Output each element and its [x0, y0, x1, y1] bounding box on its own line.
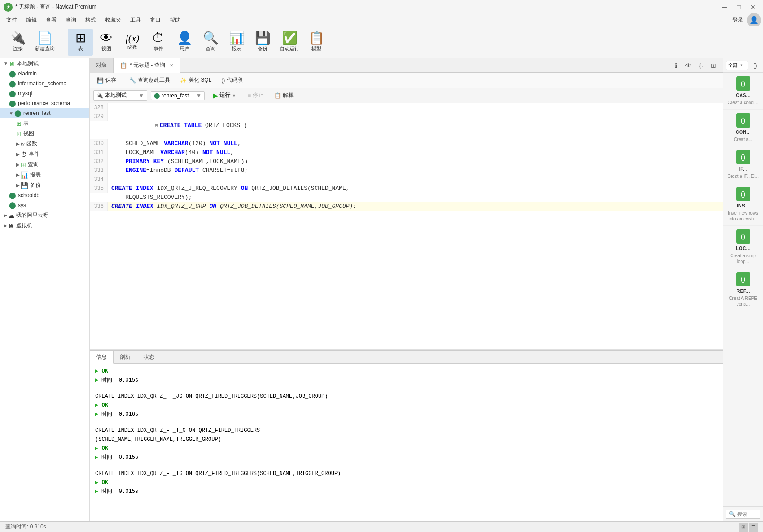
tab-query[interactable]: 📋 * 无标题 - 查询 ✕	[114, 58, 180, 73]
menu-file[interactable]: 文件	[2, 15, 22, 26]
tab-code-button[interactable]: {}	[696, 60, 706, 71]
filter-label: 全部	[728, 62, 738, 69]
rp-code-btn[interactable]: ()	[750, 60, 760, 71]
menu-edit[interactable]: 编辑	[22, 15, 41, 26]
sidebar-item-query-sub[interactable]: ▶ ⊞ 查询	[0, 159, 89, 170]
vm-icon: 🖥	[8, 222, 14, 229]
sidebar-item-performance-schema[interactable]: ⬤ performance_schema	[0, 98, 89, 108]
info-tab-info[interactable]: 信息	[90, 351, 114, 364]
tab-object[interactable]: 对象	[90, 58, 114, 73]
toolbar-table[interactable]: ⊞ 表	[68, 29, 93, 56]
tab-grid-button[interactable]: ⊞	[708, 60, 719, 71]
close-button[interactable]: ✕	[747, 2, 759, 12]
stop-button[interactable]: ■ 停止	[244, 90, 267, 101]
expand-arrow-ali: ▶	[4, 213, 7, 218]
menu-view[interactable]: 查看	[41, 15, 61, 26]
rp-item-if[interactable]: () IF... Creat a IF...El...	[723, 146, 763, 183]
toolbar-autorun[interactable]: ✅ 自动运行	[276, 29, 303, 56]
menu-query[interactable]: 查询	[61, 15, 81, 26]
info-line-time-4: ▶ 时间: 0.015s	[95, 488, 717, 496]
toolbar-backup[interactable]: 💾 备份	[250, 29, 275, 56]
toolbar-newquery[interactable]: 📄 新建查询	[31, 29, 58, 56]
sidebar: ▼ 🖥 本地测试 ⬤ eladmin ⬤ information_schema …	[0, 58, 90, 521]
rp-item-cas[interactable]: () CAS... Creat a condi...	[723, 73, 763, 110]
sidebar-item-event-sub[interactable]: ▶ ⏱ 事件	[0, 149, 89, 159]
toolbar-model[interactable]: 📋 模型	[304, 29, 329, 56]
login-area: 登录 👤	[732, 13, 761, 27]
schooldb-icon: ⬤	[9, 192, 16, 199]
rp-item-ref[interactable]: () REF... Creat A REPE cons...	[723, 268, 763, 311]
toolbar-view[interactable]: 👁 视图	[94, 29, 119, 56]
ref-desc: Creat A REPE cons...	[726, 295, 760, 307]
sidebar-item-alicloud[interactable]: ▶ ☁ 我的阿里云呀	[0, 210, 89, 220]
tab-close-icon[interactable]: ✕	[170, 63, 173, 68]
toolbar-event[interactable]: ⏱ 事件	[146, 29, 171, 56]
sidebar-item-information-schema[interactable]: ⬤ information_schema	[0, 79, 89, 88]
sidebar-item-mysql[interactable]: ⬤ mysql	[0, 88, 89, 98]
rp-item-loc[interactable]: () LOC... Creat a simp loop...	[723, 226, 763, 268]
view-label: 视图	[101, 45, 111, 52]
kw-not-330: NOT	[209, 140, 219, 147]
code-line-336: 336 CREATE INDEX IDX_QRTZ_J_GRP ON QRTZ_…	[90, 202, 723, 211]
connection-selector[interactable]: 🔌 本地测试 ▼	[93, 90, 147, 101]
info-sep-2	[95, 419, 717, 426]
toolbar-report[interactable]: 📊 报表	[224, 29, 249, 56]
sidebar-item-sys[interactable]: ⬤ sys	[0, 200, 89, 210]
alicloud-label: 我的阿里云呀	[16, 211, 48, 219]
menu-bookmarks[interactable]: 收藏夹	[101, 15, 126, 26]
expand-arrow-func: ▶	[16, 141, 20, 146]
rp-item-con[interactable]: () CON... Creat a...	[723, 110, 763, 146]
menu-help[interactable]: 帮助	[165, 15, 185, 26]
sidebar-item-view[interactable]: ⊡ 视图	[0, 128, 89, 139]
loc-icon: ()	[736, 229, 750, 244]
local-test-label: 本地测试	[17, 60, 39, 67]
sidebar-item-local-test[interactable]: ▼ 🖥 本地测试	[0, 58, 89, 69]
sidebar-item-function-sub[interactable]: ▶ fx 函数	[0, 139, 89, 149]
sidebar-item-vm[interactable]: ▶ 🖥 虚拟机	[0, 220, 89, 231]
search-input[interactable]	[737, 511, 762, 517]
maximize-button[interactable]: □	[732, 2, 745, 12]
toolbar-query[interactable]: 🔍 查询	[198, 29, 223, 56]
info-content: ▶ OK ▶ 时间: 0.015s CREATE INDEX IDX_QRTZ_…	[90, 364, 723, 521]
database-selector[interactable]: ⬤ renren_fast ▼	[151, 91, 205, 100]
filter-selector[interactable]: 全部 ▼	[726, 61, 748, 70]
info-tab-status[interactable]: 状态	[137, 351, 161, 363]
login-button[interactable]: 登录	[732, 16, 743, 24]
toolbar-function[interactable]: f(x) 函数	[120, 29, 145, 56]
menu-tools[interactable]: 工具	[126, 15, 145, 26]
sidebar-item-table[interactable]: ⊞ 表	[0, 118, 89, 128]
sidebar-item-renren-fast[interactable]: ▼ ⬤ renren_fast	[0, 108, 89, 118]
list-view-btn[interactable]: ☰	[749, 523, 758, 532]
run-button[interactable]: ▶ 运行 ▼	[208, 90, 241, 101]
newquery-label: 新建查询	[35, 45, 55, 52]
sidebar-item-backup-sub[interactable]: ▶ 💾 备份	[0, 180, 89, 190]
minimize-button[interactable]: ─	[718, 2, 731, 12]
user-avatar: 👤	[747, 13, 761, 27]
code-editor[interactable]: 328 329 ⊟CREATE TABLE QRTZ_LOCKS ( 330 S…	[90, 103, 723, 349]
status-bar: 查询时间: 0.910s ⊞ ☰	[0, 521, 763, 532]
menu-format[interactable]: 格式	[81, 15, 101, 26]
sidebar-item-schooldb[interactable]: ⬤ schooldb	[0, 190, 89, 200]
query-build-tool-button[interactable]: 🔧 查询创建工具	[126, 75, 174, 85]
info-tab-profile[interactable]: 剖析	[114, 351, 137, 363]
sidebar-item-eladmin[interactable]: ⬤ eladmin	[0, 69, 89, 79]
run-label: 运行	[219, 92, 230, 99]
save-button[interactable]: 💾 保存	[93, 75, 120, 85]
grid-view-btn[interactable]: ⊞	[739, 523, 748, 532]
build-tool-label: 查询创建工具	[138, 76, 170, 84]
beautify-sql-button[interactable]: ✨ 美化 SQL	[176, 75, 215, 85]
code-line-331: 331 LOCK_NAME VARCHAR(40) NOT NULL,	[90, 148, 723, 157]
tab-preview-button[interactable]: 👁	[683, 60, 694, 71]
tab-info-button[interactable]: ℹ	[671, 60, 681, 71]
menu-window[interactable]: 窗口	[145, 15, 165, 26]
info-line-sql-3: CREATE INDEX IDX_QRTZ_FT_TG ON QRTZ_FIRE…	[95, 470, 717, 478]
toolbar-connect[interactable]: 🔌 连接	[5, 29, 31, 56]
table-sub-label: 表	[23, 119, 29, 127]
fold-329-icon[interactable]: ⊟	[153, 123, 160, 129]
report-sub-icon: 📊	[21, 171, 28, 179]
code-snippet-button[interactable]: () 代码段	[218, 75, 246, 85]
rp-item-ins[interactable]: () INS... Inser new rows into an existi.…	[723, 183, 763, 226]
toolbar-user[interactable]: 👤 用户	[172, 29, 197, 56]
sidebar-item-report-sub[interactable]: ▶ 📊 报表	[0, 170, 89, 180]
explain-button[interactable]: 📋 解释	[271, 90, 297, 101]
